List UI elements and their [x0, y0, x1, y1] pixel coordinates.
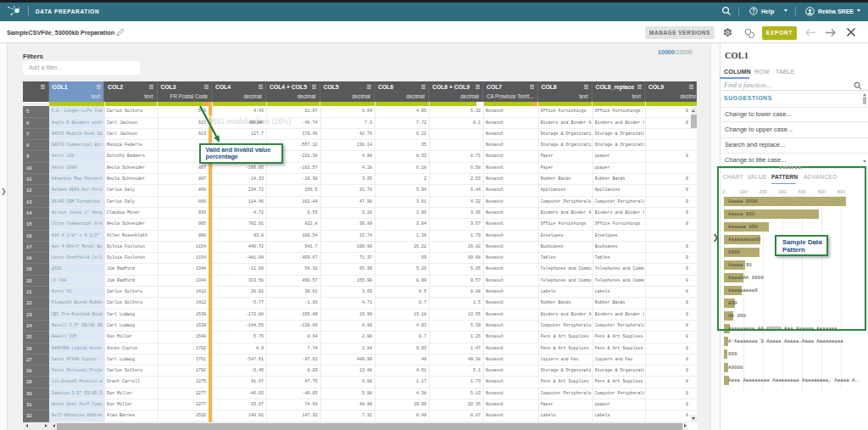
svg-text:?: ?	[752, 8, 755, 14]
